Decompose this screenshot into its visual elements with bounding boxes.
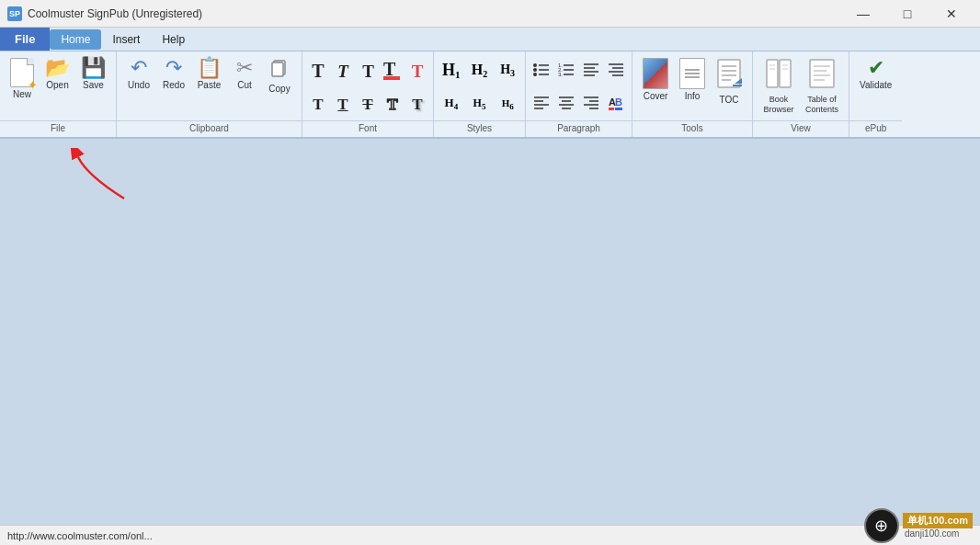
list-unordered-button[interactable]	[530, 55, 553, 87]
menu-insert[interactable]: Insert	[101, 29, 151, 50]
arrow-annotation	[60, 148, 133, 203]
align-center-button[interactable]	[554, 88, 578, 120]
validate-button[interactable]: ✔ Validate	[855, 55, 896, 94]
clipboard-group-label: Clipboard	[117, 120, 302, 137]
list-unordered-icon	[532, 61, 551, 82]
heading1-button[interactable]: H1	[438, 55, 465, 87]
align-left-indent-button[interactable]	[579, 55, 603, 87]
svg-rect-48	[780, 60, 791, 87]
font-highlight-button[interactable]: T	[405, 55, 429, 87]
font-size-icon: T	[313, 96, 323, 114]
svg-point-4	[533, 63, 537, 67]
corner-logo: ⊕ 单机100.com danji100.com	[864, 508, 973, 543]
table-of-contents-icon	[808, 58, 836, 93]
heading5-button[interactable]: H5	[466, 88, 494, 120]
font-highlight-icon: T	[411, 62, 425, 82]
toc-icon	[716, 58, 742, 93]
font-shadow-icon: T	[412, 96, 422, 114]
table-of-contents-label: Table of Contents	[805, 95, 838, 115]
ribbon-group-tools: Cover Info	[632, 51, 753, 137]
ribbon-group-epub: ✔ Validate ePub	[849, 51, 902, 137]
font-shadow-button[interactable]: T	[405, 88, 429, 120]
heading3-button[interactable]: H3	[494, 55, 521, 87]
heading1-icon: H1	[442, 62, 461, 80]
status-url: http://www.coolmuster.com/onl...	[7, 530, 153, 541]
save-button[interactable]: 💾 Save	[76, 55, 110, 94]
align-left-indent-icon	[582, 61, 600, 82]
align-right-button[interactable]	[579, 88, 603, 120]
epub-group-content: ✔ Validate	[849, 51, 902, 120]
paragraph-group-label: Paragraph	[526, 120, 632, 137]
heading3-icon: H3	[500, 63, 515, 78]
svg-rect-38	[609, 108, 614, 110]
cover-icon	[643, 58, 668, 89]
close-button[interactable]: ✕	[930, 0, 973, 28]
validate-icon: ✔	[868, 58, 884, 78]
list-ordered-button[interactable]: 1. 2. 3.	[554, 55, 578, 87]
cut-label: Cut	[237, 80, 252, 91]
font-outline-button[interactable]: T	[381, 88, 405, 120]
maximize-button[interactable]: □	[886, 0, 929, 28]
align-left-button[interactable]	[530, 88, 553, 120]
new-button[interactable]: ✦ New	[6, 55, 39, 103]
heading2-icon: H2	[472, 62, 487, 79]
heading2-button[interactable]: H2	[466, 55, 494, 87]
logo-sub: danji100.com	[903, 528, 959, 539]
menu-file[interactable]: File	[0, 28, 50, 51]
font-size-button[interactable]: T	[306, 88, 330, 120]
list-ordered-icon: 1. 2. 3.	[557, 61, 575, 82]
copy-icon	[269, 58, 290, 82]
font-normal-button[interactable]: T	[306, 55, 330, 87]
font-color-icon: T	[383, 59, 402, 84]
app-icon: SP	[7, 6, 22, 21]
font-color-button[interactable]: T	[381, 55, 405, 87]
heading5-icon: H5	[473, 97, 486, 111]
svg-point-8	[533, 73, 537, 76]
minimize-button[interactable]: —	[842, 0, 884, 28]
undo-icon: ↶	[131, 58, 147, 78]
titlebar: SP Coolmuster SignPub (Unregistered) — □…	[0, 0, 980, 28]
undo-label: Undo	[128, 80, 150, 91]
text-color-ab-icon: A B	[607, 93, 625, 116]
paste-button[interactable]: 📋 Paste	[192, 55, 226, 94]
copy-button[interactable]: Copy	[263, 55, 296, 97]
open-label: Open	[46, 80, 68, 91]
align-right-indent-button[interactable]	[604, 55, 628, 87]
paste-icon: 📋	[197, 58, 222, 78]
font-strikethrough-button[interactable]: T	[356, 88, 380, 120]
redo-button[interactable]: ↷ Redo	[157, 55, 190, 94]
font-normal-icon: T	[312, 61, 324, 82]
save-label: Save	[83, 80, 104, 91]
file-group-content: ✦ New 📂 Open 💾 Save	[0, 51, 116, 120]
logo-circle: ⊕	[864, 508, 899, 543]
font-italic-button[interactable]: T	[331, 55, 355, 87]
tools-group-content: Cover Info	[632, 51, 752, 120]
paste-label: Paste	[198, 80, 222, 91]
text-color-ab-button[interactable]: A B	[604, 88, 628, 120]
heading4-button[interactable]: H4	[438, 88, 465, 120]
book-browser-button[interactable]: Book Browser	[758, 55, 799, 118]
window-title: Coolmuster SignPub (Unregistered)	[28, 7, 202, 20]
ribbon-group-clipboard: ↶ Undo ↷ Redo 📋 Paste ✂ Cut	[117, 51, 302, 137]
open-button[interactable]: 📂 Open	[40, 55, 74, 94]
svg-rect-3	[383, 76, 400, 80]
copy-label: Copy	[268, 84, 290, 95]
main-area	[0, 139, 980, 520]
undo-button[interactable]: ↶ Undo	[122, 55, 155, 94]
font-italic-icon: T	[337, 62, 348, 82]
toc-label: TOC	[720, 95, 739, 106]
ribbon-group-styles: H1 H2 H3 H4 H5 H6 Styles	[434, 51, 526, 137]
menu-help[interactable]: Help	[151, 29, 196, 50]
svg-text:3.: 3.	[558, 72, 563, 77]
cover-label: Cover	[644, 91, 668, 102]
font-bold-button[interactable]: T	[356, 55, 380, 87]
heading6-button[interactable]: H6	[494, 88, 521, 120]
window-controls: — □ ✕	[842, 0, 973, 27]
font-underline-button[interactable]: T	[331, 88, 355, 120]
table-of-contents-button[interactable]: Table of Contents	[801, 55, 843, 118]
info-button[interactable]: Info	[675, 55, 710, 105]
cover-button[interactable]: Cover	[638, 55, 673, 105]
menu-home[interactable]: Home	[50, 29, 101, 50]
toc-button[interactable]: TOC	[712, 55, 746, 108]
cut-button[interactable]: ✂ Cut	[228, 55, 261, 94]
